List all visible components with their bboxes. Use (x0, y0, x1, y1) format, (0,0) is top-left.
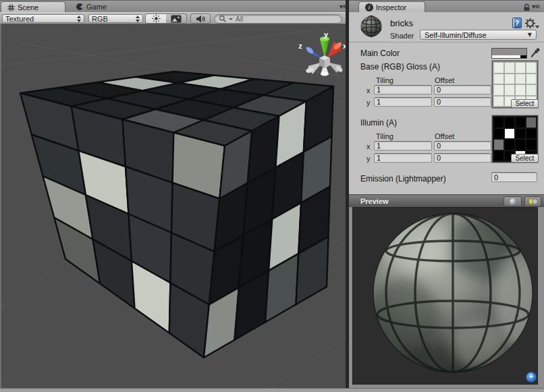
dropdown-arrows-icon (77, 16, 81, 22)
base-tiling-x-field[interactable] (374, 85, 432, 94)
lighting-toggle-button[interactable] (145, 13, 167, 24)
tab-inspector[interactable]: i Inspector (358, 1, 425, 13)
scene-search-field[interactable] (214, 14, 342, 24)
base-tiling-y-field[interactable] (374, 97, 432, 107)
search-filter-caret-icon[interactable] (229, 18, 233, 20)
image-icon (171, 15, 182, 23)
chevron-down-icon: ▼ (528, 32, 532, 38)
help-icon[interactable]: ? (512, 18, 522, 28)
preview-viewport[interactable] (352, 207, 538, 385)
color-mode-value: RGB (92, 15, 108, 23)
illumin-y-label: y (366, 155, 371, 163)
add-button[interactable]: + (526, 372, 537, 383)
preview-mesh-button[interactable] (504, 196, 522, 206)
gizmo-y-label: y (324, 30, 329, 38)
tab-game[interactable]: Game (70, 1, 112, 13)
gizmo-x-axis[interactable] (327, 41, 343, 58)
base-texture-label: Base (RGB) Gloss (A) (360, 62, 440, 72)
illumin-offset-label: Offset (435, 132, 454, 140)
illumin-offset-y-field[interactable] (434, 153, 491, 163)
base-x-label: x (366, 86, 371, 94)
illumin-tiling-y-field[interactable] (374, 153, 432, 163)
search-icon (219, 15, 227, 23)
shader-dropdown[interactable]: Self-Illumin/Diffuse ▼ (420, 30, 537, 40)
illumin-label: Illumin (A) (360, 118, 397, 128)
window-bottom-edge (0, 388, 544, 392)
material-thumbnail[interactable] (360, 15, 383, 38)
emission-field[interactable] (491, 172, 537, 182)
tab-inspector-label: Inspector (376, 3, 406, 11)
preview-frame: + (349, 207, 544, 388)
viewport-left-edge (0, 24, 1, 388)
emission-label: Emission (Lightmapper) (360, 174, 446, 184)
illumin-texture-select-button[interactable]: Select (511, 154, 539, 163)
audio-toggle-button[interactable] (190, 13, 211, 24)
inspector-panel: bricks ? Shader Self-Illumin/Diffuse ▼ M (349, 12, 544, 388)
game-icon (76, 3, 84, 11)
main-color-swatch[interactable] (491, 48, 527, 59)
lock-icon[interactable] (522, 3, 531, 11)
illumin-tiling-label: Tiling (376, 132, 393, 140)
render-paths-button[interactable] (166, 13, 187, 24)
preview-sphere (353, 208, 538, 385)
gear-caret-icon[interactable] (535, 26, 539, 28)
render-mode-dropdown[interactable]: Textured (2, 14, 84, 23)
eyedropper-icon[interactable] (530, 47, 541, 58)
base-offset-x-field[interactable] (434, 85, 491, 94)
illumin-tiling-x-field[interactable] (374, 141, 432, 150)
shader-value: Self-Illumin/Diffuse (425, 31, 487, 39)
dropdown-arrows-icon (136, 16, 140, 22)
sphere-icon (510, 198, 516, 205)
base-offset-label: Offset (435, 76, 454, 84)
render-mode-value: Textured (5, 15, 34, 23)
preview-title: Preview (360, 197, 389, 205)
gizmo-z-axis[interactable] (305, 46, 322, 58)
material-header: bricks ? Shader Self-Illumin/Diffuse ▼ (349, 12, 544, 43)
gear-icon[interactable] (524, 18, 536, 29)
orientation-gizmo[interactable]: y x z (296, 27, 346, 81)
scene-3d-view (0, 24, 346, 388)
inspector-panel-menu-icon[interactable]: ▾≡ (532, 3, 539, 10)
shader-label: Shader (390, 32, 414, 40)
color-mode-dropdown[interactable]: RGB (88, 14, 143, 23)
gizmo-z-label: z (298, 42, 302, 50)
info-icon: i (365, 3, 373, 11)
base-texture-select-button[interactable]: Select (511, 99, 539, 108)
preview-light-button[interactable] (524, 196, 541, 206)
base-y-label: y (366, 99, 371, 107)
tab-game-label: Game (86, 3, 107, 11)
gizmo-y-axis[interactable] (320, 36, 329, 57)
scene-grid-icon (7, 4, 15, 11)
alpha-bar (492, 55, 526, 58)
gizmo-center-cube[interactable] (319, 55, 330, 68)
search-input[interactable] (234, 15, 337, 24)
main-color-label: Main Color (360, 49, 400, 58)
base-tiling-label: Tiling (376, 76, 393, 84)
scene-viewport[interactable]: y x z (0, 24, 346, 388)
light-off-icon (532, 198, 538, 204)
sun-icon (152, 14, 161, 23)
tab-scene-label: Scene (18, 3, 38, 11)
base-offset-y-field[interactable] (434, 97, 491, 107)
preview-header[interactable]: Preview (349, 194, 544, 207)
tab-scene[interactable]: Scene (1, 1, 65, 13)
illumin-offset-x-field[interactable] (434, 141, 491, 150)
tab-strip: Scene Game ▾≡ i Inspector ▾≡ (0, 0, 544, 12)
material-name: bricks (390, 18, 413, 28)
illumin-x-label: x (366, 142, 371, 150)
scene-toolbar: Textured RGB (0, 12, 346, 24)
speaker-icon (195, 14, 206, 24)
unity-editor-window: Scene Game ▾≡ i Inspector ▾≡ Textured RG… (0, 0, 544, 392)
